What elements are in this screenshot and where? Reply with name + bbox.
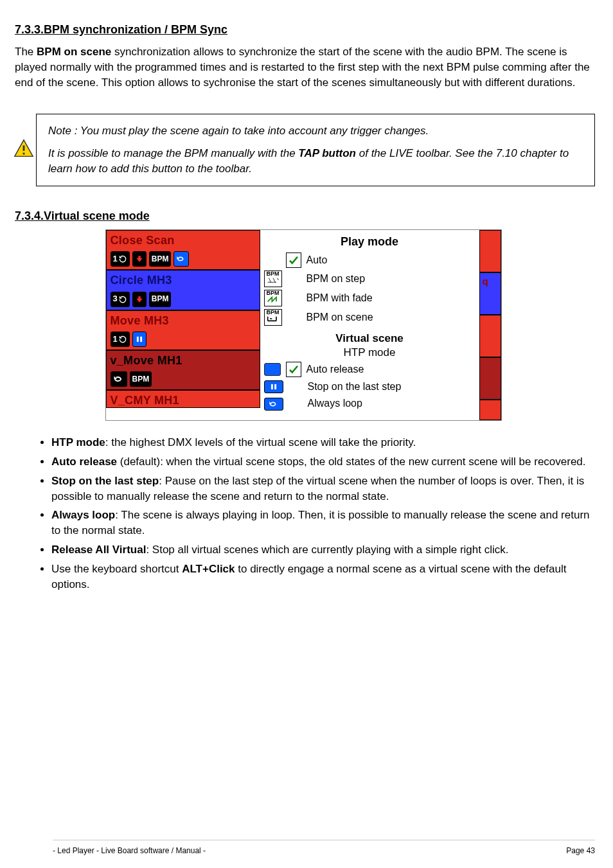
- right-tile[interactable]: [479, 315, 501, 357]
- text-bold: Stop on the last step: [51, 475, 159, 487]
- list-item: Always loop: The scene is always playing…: [51, 508, 595, 538]
- scene-button[interactable]: Circle MH3 3 BPM: [106, 270, 260, 310]
- scene-button[interactable]: Move MH3 1: [106, 310, 260, 350]
- loop-icon: [111, 371, 127, 387]
- svg-rect-2: [137, 337, 139, 342]
- text: (default): when the virtual scene stops,…: [117, 456, 586, 468]
- loop-count-icon: 3: [111, 292, 130, 307]
- text-bold: Always loop: [51, 509, 115, 521]
- text: : the highest DMX levels of the virtual …: [105, 436, 416, 448]
- text: : Stop all virtual scenes which are curr…: [146, 544, 508, 556]
- list-item: Use the keyboard shortcut ALT+Click to d…: [51, 562, 595, 592]
- warning-icon: [12, 138, 36, 160]
- arrow-down-icon: [132, 292, 147, 307]
- footer-left: - Led Player - Live Board software / Man…: [53, 846, 206, 856]
- text-bold: ALT+Click: [182, 563, 235, 575]
- svg-rect-5: [274, 384, 276, 389]
- menu-item-always-loop[interactable]: Always loop: [264, 395, 475, 412]
- loop-icon: [264, 398, 283, 411]
- menu-label: BPM with fade: [306, 291, 373, 305]
- page: 7.3.3.BPM synchronization / BPM Sync The…: [0, 22, 613, 868]
- menu-item-auto-release[interactable]: Auto release: [264, 360, 475, 378]
- bpm-scene-icon: BPM: [264, 309, 282, 326]
- menu-label: BPM on scene: [306, 310, 373, 324]
- menu-label: BPM on step: [306, 272, 366, 286]
- menu-item-bpm-fade[interactable]: BPM BPM with fade: [264, 288, 475, 308]
- text: It is possible to manage the BPM manuall…: [48, 147, 298, 159]
- loop-count-icon: 1: [111, 332, 130, 347]
- context-menu: Play mode Auto BPM BPM on step BPM: [260, 230, 479, 420]
- menu-heading: Play mode: [264, 234, 475, 250]
- text: The: [15, 46, 37, 58]
- pause-icon: [132, 332, 147, 347]
- bpm-icon: BPM: [149, 251, 172, 267]
- text-bold: BPM on scene: [37, 46, 111, 58]
- note-text: Note : You must play the scene again to …: [48, 123, 583, 139]
- stop-square-icon: [264, 363, 281, 376]
- note-box: Note : You must play the scene again to …: [36, 114, 595, 186]
- bpm-icon: BPM: [130, 371, 152, 387]
- options-list: HTP mode: the highest DMX levels of the …: [15, 435, 595, 592]
- scene-button[interactable]: V_CMY MH1: [106, 390, 260, 408]
- scene-title: Move MH3: [111, 313, 256, 329]
- section-heading: 7.3.3.BPM synchronization / BPM Sync: [15, 22, 595, 38]
- note-text: It is possible to manage the BPM manuall…: [48, 146, 583, 177]
- body-text: The BPM on scene synchronization allows …: [15, 44, 592, 90]
- scene-icons: BPM: [111, 371, 256, 387]
- text: : The scene is always playing in loop. T…: [51, 509, 590, 536]
- footer-right: Page 43: [566, 846, 595, 856]
- note: Note : You must play the scene again to …: [12, 114, 595, 186]
- menu-label: Auto release: [306, 362, 364, 376]
- menu-item-bpm-scene[interactable]: BPM BPM on scene: [264, 308, 475, 327]
- scene-icons: 1: [111, 332, 256, 347]
- bpm-fade-icon: BPM: [264, 290, 282, 306]
- scene-title: v_Move MH1: [111, 353, 256, 369]
- menu-label: Always loop: [308, 396, 362, 411]
- scene-list: Close Scan 1 BPM Circle MH3 3 BPM: [106, 230, 260, 420]
- pause-icon: [264, 380, 283, 393]
- list-item: Stop on the last step: Pause on the last…: [51, 474, 595, 504]
- menu-label: Stop on the last step: [308, 380, 402, 394]
- right-strip: q: [479, 230, 501, 420]
- right-tile[interactable]: [479, 357, 501, 400]
- subsection-heading: 7.3.4.Virtual scene mode: [15, 208, 595, 224]
- list-item: HTP mode: the highest DMX levels of the …: [51, 435, 595, 450]
- text: q: [480, 273, 501, 288]
- right-tile[interactable]: q: [479, 272, 501, 315]
- text-bold: Release All Virtual: [51, 544, 146, 556]
- list-item: Auto release (default): when the virtual…: [51, 454, 595, 470]
- right-tile[interactable]: [479, 400, 501, 420]
- bpm-icon: BPM: [149, 292, 172, 307]
- svg-rect-3: [140, 337, 142, 342]
- scene-icons: 1 BPM: [111, 251, 256, 267]
- loop-count-icon: 1: [111, 251, 130, 267]
- menu-heading: Virtual scene: [264, 331, 475, 346]
- svg-rect-0: [23, 145, 25, 151]
- loop-play-icon: [173, 251, 189, 267]
- menu-item-htp[interactable]: HTP mode: [264, 345, 475, 360]
- scene-icons: 3 BPM: [111, 292, 256, 307]
- arrow-down-icon: [132, 251, 147, 267]
- divider: [53, 840, 595, 840]
- screenshot: Close Scan 1 BPM Circle MH3 3 BPM: [12, 229, 595, 421]
- svg-rect-1: [23, 152, 25, 154]
- text-bold: TAP button: [298, 147, 356, 159]
- bpm-step-icon: BPM: [264, 270, 282, 287]
- text: Use the keyboard shortcut: [51, 563, 182, 575]
- checkmark-icon: [286, 252, 301, 268]
- scene-title: Close Scan: [111, 233, 256, 249]
- text-bold: HTP mode: [51, 436, 105, 448]
- scene-button[interactable]: Close Scan 1 BPM: [106, 230, 260, 270]
- menu-label: Auto: [306, 253, 328, 267]
- scene-title: Circle MH3: [111, 272, 256, 288]
- page-footer: - Led Player - Live Board software / Man…: [53, 840, 595, 856]
- text-bold: Auto release: [51, 456, 117, 468]
- scene-button[interactable]: v_Move MH1 BPM: [106, 350, 260, 390]
- svg-rect-4: [271, 384, 272, 389]
- menu-item-auto[interactable]: Auto: [264, 251, 475, 269]
- menu-item-bpm-step[interactable]: BPM BPM on step: [264, 269, 475, 288]
- list-item: Release All Virtual: Stop all virtual sc…: [51, 542, 595, 558]
- right-tile[interactable]: [479, 230, 501, 272]
- menu-item-stop-last[interactable]: Stop on the last step: [264, 378, 475, 395]
- checkmark-icon: [286, 362, 301, 377]
